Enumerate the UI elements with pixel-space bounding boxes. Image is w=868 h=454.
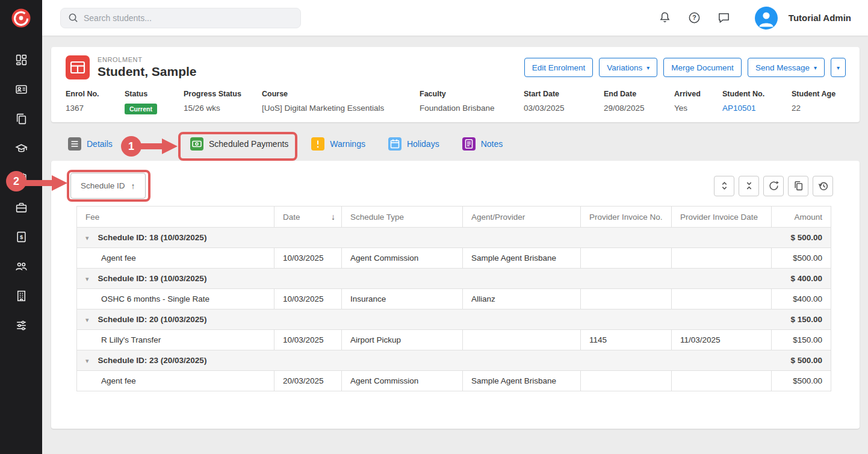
refresh-button[interactable] (763, 176, 784, 196)
details-icon (68, 137, 81, 151)
cell-amount: $500.00 (772, 248, 831, 269)
schedule-group-row: ▾Schedule ID: 18 (10/03/2025)$ 500.00 (77, 228, 831, 248)
enrolment-header-card: ENROLMENT Student, Sample Edit Enrolment… (51, 47, 860, 122)
cell-amount: $150.00 (772, 330, 831, 350)
annotation-step-1: 1 (121, 136, 141, 157)
annotation-arrow-1 (140, 138, 179, 154)
cell-agent-provider: Sample Agent Brisbane (463, 248, 581, 269)
cell-fee: Agent fee (77, 248, 274, 269)
id-card-icon[interactable] (14, 82, 28, 96)
cell-amount: $500.00 (772, 371, 831, 391)
user-name[interactable]: Tutorial Admin (789, 13, 851, 23)
history-button[interactable] (813, 176, 833, 196)
scheduled-payments-panel: Schedule ID ↑ Fee Date↓ Schedule Type (51, 161, 860, 429)
cell-provider-invoice-no (581, 371, 672, 391)
payments-icon (190, 137, 203, 151)
col-header-amount[interactable]: Amount (772, 207, 831, 228)
tab-scheduled-payments[interactable]: Scheduled Payments (190, 137, 288, 151)
chevron-down-icon: ▾ (837, 64, 840, 71)
chat-icon[interactable] (717, 11, 731, 25)
annotation-step-2: 2 (6, 171, 26, 191)
tab-details[interactable]: Details (68, 137, 111, 151)
help-icon[interactable]: ? (687, 11, 701, 25)
col-header-provider-invoice-no[interactable]: Provider Invoice No. (581, 207, 672, 228)
cell-schedule-type: Agent Commission (342, 371, 463, 391)
edit-enrolment-button[interactable]: Edit Enrolment (524, 58, 594, 77)
briefcase-icon[interactable] (14, 201, 28, 214)
sliders-icon[interactable] (14, 319, 28, 332)
entity-label: ENROLMENT (98, 56, 197, 63)
graduation-cap-icon[interactable] (14, 141, 28, 155)
payment-row[interactable]: Agent fee20/03/2025Agent CommissionSampl… (77, 371, 831, 391)
refresh-icon (769, 181, 779, 191)
search-box[interactable] (60, 8, 301, 28)
schedule-group-row: ▾Schedule ID: 23 (20/03/2025)$ 500.00 (77, 350, 831, 371)
sort-desc-icon[interactable]: ↓ (331, 212, 335, 222)
col-header-date[interactable]: Date↓ (274, 207, 342, 228)
schedule-group-title: Schedule ID: 23 (20/03/2025) (98, 356, 207, 365)
tab-warnings[interactable]: Warnings (311, 137, 365, 151)
student-no-link[interactable]: AP10501 (722, 104, 792, 113)
cell-date: 10/03/2025 (274, 248, 342, 269)
group-collapse-icon[interactable]: ▾ (85, 316, 89, 324)
cell-provider-invoice-no: 1145 (581, 330, 672, 350)
info-enrol-no: Enrol No. 1367 (66, 90, 125, 114)
collapse-all-button[interactable] (739, 176, 759, 196)
annotation-arrow-2 (25, 175, 69, 191)
app-logo (0, 0, 42, 36)
cell-provider-invoice-no (581, 248, 672, 269)
payment-row[interactable]: R Lilly's Transfer10/03/2025Airport Pick… (77, 330, 831, 350)
invoice-icon[interactable]: $ (14, 230, 28, 243)
svg-text:?: ? (692, 14, 696, 21)
sort-asc-icon: ↑ (131, 181, 135, 191)
col-header-provider-invoice-date[interactable]: Provider Invoice Date (672, 207, 772, 228)
cell-provider-invoice-date (672, 289, 772, 309)
group-by-schedule-id-chip[interactable]: Schedule ID ↑ (70, 173, 146, 199)
dashboard-icon[interactable] (14, 53, 28, 66)
schedule-group-total: $ 150.00 (772, 309, 831, 330)
schedule-group-total: $ 500.00 (772, 228, 831, 248)
cell-agent-provider: Allianz (463, 289, 581, 309)
info-arrived: Arrived Yes (674, 90, 722, 114)
payment-row[interactable]: Agent fee10/03/2025Agent CommissionSampl… (77, 248, 831, 269)
status-badge: Current (125, 104, 157, 114)
chevron-down-icon: ▾ (814, 64, 817, 71)
col-header-fee[interactable]: Fee (77, 207, 274, 228)
send-message-button[interactable]: Send Message▾ (748, 58, 825, 77)
group-collapse-icon[interactable]: ▾ (85, 234, 89, 242)
schedule-group-total: $ 400.00 (772, 269, 831, 289)
merge-document-button[interactable]: Merge Document (663, 58, 742, 77)
info-student-no: Student No. AP10501 (722, 90, 792, 114)
payment-row[interactable]: OSHC 6 months - Single Rate10/03/2025Ins… (77, 289, 831, 309)
export-button[interactable] (788, 176, 808, 196)
svg-text:$: $ (19, 233, 23, 240)
table-header-row: Fee Date↓ Schedule Type Agent/Provider P… (77, 207, 831, 228)
cell-date: 10/03/2025 (274, 330, 342, 350)
tab-notes[interactable]: Notes (462, 137, 503, 151)
expand-all-button[interactable] (714, 176, 734, 196)
group-collapse-icon[interactable]: ▾ (85, 275, 89, 283)
cell-agent-provider: Sample Agent Brisbane (463, 371, 581, 391)
col-header-agent-provider[interactable]: Agent/Provider (463, 207, 581, 228)
cell-provider-invoice-date (672, 248, 772, 269)
people-icon[interactable] (14, 260, 28, 273)
cell-provider-invoice-date: 11/03/2025 (672, 330, 772, 350)
variations-button[interactable]: Variations▾ (599, 58, 657, 77)
cell-agent-provider (463, 330, 581, 350)
enrolment-tabs: Details Scheduled Payments Warnings Holi… (68, 127, 868, 161)
cell-schedule-type: Insurance (342, 289, 463, 309)
info-faculty: Faculty Foundation Brisbane (420, 90, 524, 114)
more-actions-button[interactable]: ▾ (831, 58, 846, 77)
history-icon (818, 181, 828, 191)
search-input[interactable] (84, 13, 293, 23)
building-icon[interactable] (14, 289, 28, 302)
bell-icon[interactable] (658, 11, 672, 25)
group-collapse-icon[interactable]: ▾ (85, 357, 89, 365)
info-start-date: Start Date 03/03/2025 (524, 90, 604, 114)
documents-icon[interactable] (14, 112, 28, 125)
scheduled-payments-table: Fee Date↓ Schedule Type Agent/Provider P… (76, 206, 831, 391)
tab-holidays[interactable]: Holidays (388, 137, 439, 151)
avatar[interactable] (755, 7, 778, 30)
cell-fee: R Lilly's Transfer (77, 330, 274, 350)
col-header-schedule-type[interactable]: Schedule Type (342, 207, 463, 228)
